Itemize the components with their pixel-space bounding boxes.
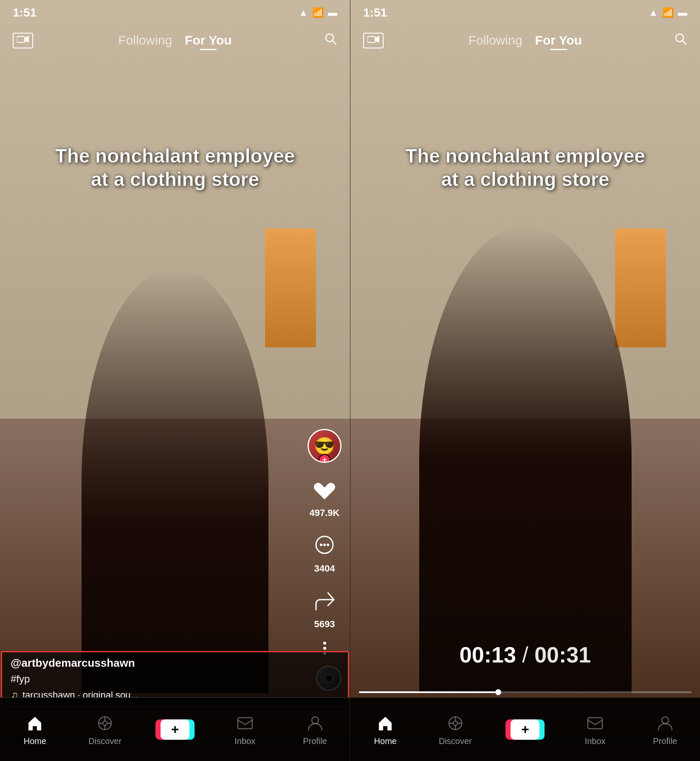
like-icon-left <box>309 475 340 505</box>
signal-icon-left: ▲ <box>299 7 308 18</box>
timer-total-right: 00:31 <box>534 643 591 667</box>
search-icon-left[interactable] <box>324 32 337 49</box>
discover-icon-left <box>94 713 116 734</box>
home-label-left: Home <box>24 736 46 746</box>
nav-for-you-left[interactable]: For You <box>185 33 232 48</box>
progress-dot-right <box>495 689 501 695</box>
nav-create-right[interactable]: + <box>504 719 546 741</box>
nav-profile-left[interactable]: Profile <box>294 713 336 746</box>
nav-create-left[interactable]: + <box>154 719 196 741</box>
bottom-nav-right: Home Discover + <box>350 697 700 761</box>
status-time-right: 1:51 <box>363 6 387 20</box>
profile-label-right: Profile <box>653 736 677 746</box>
top-nav-left: Following For You <box>0 23 350 57</box>
svg-point-15 <box>312 717 319 724</box>
discover-label-right: Discover <box>439 736 472 746</box>
svg-marker-1 <box>25 36 29 42</box>
home-label-right: Home <box>374 736 397 746</box>
svg-point-9 <box>103 721 107 725</box>
home-icon-right <box>375 713 396 734</box>
nav-profile-right[interactable]: Profile <box>644 713 686 746</box>
plus-center-right: + <box>511 719 539 740</box>
svg-line-19 <box>683 41 686 44</box>
video-title-text-left: The nonchalant employeeat a clothing sto… <box>25 144 325 191</box>
status-icons-right: ▲ 📶 ▬ <box>649 7 687 18</box>
svg-rect-16 <box>367 37 375 42</box>
discover-label-left: Discover <box>88 736 121 746</box>
svg-rect-26 <box>588 718 602 729</box>
video-background-left <box>0 0 350 761</box>
discover-icon-right <box>445 713 466 734</box>
video-title-left: The nonchalant employeeat a clothing sto… <box>0 144 350 191</box>
comment-action-left[interactable]: 3404 <box>309 530 340 574</box>
nav-discover-right[interactable]: Discover <box>434 713 477 746</box>
status-time-left: 1:51 <box>13 6 37 20</box>
svg-point-6 <box>323 544 326 546</box>
status-icons-left: ▲ 📶 ▬ <box>299 7 337 18</box>
nav-inbox-left[interactable]: Inbox <box>224 713 266 746</box>
svg-rect-0 <box>17 37 25 42</box>
like-count-left: 497.9K <box>310 507 340 519</box>
svg-point-5 <box>320 544 322 546</box>
status-bar-right: 1:51 ▲ 📶 ▬ <box>350 0 700 25</box>
create-button-right[interactable]: + <box>508 719 542 741</box>
wifi-icon-left: 📶 <box>312 7 324 18</box>
avatar-left: 😎 + <box>308 429 342 463</box>
right-actions-left: 😎 + 497.9K 3404 <box>308 429 342 655</box>
room-door-right <box>615 228 666 347</box>
inbox-label-right: Inbox <box>585 736 606 746</box>
inbox-icon-left <box>234 713 256 734</box>
svg-line-3 <box>333 41 336 44</box>
share-icon-left <box>309 586 340 617</box>
nav-inbox-right[interactable]: Inbox <box>574 713 616 746</box>
battery-icon-right: ▬ <box>678 7 687 18</box>
plus-center-left: + <box>161 719 189 740</box>
left-phone-panel: 1:51 ▲ 📶 ▬ Following For You The <box>0 0 350 761</box>
profile-label-left: Profile <box>303 736 327 746</box>
search-icon-right[interactable] <box>674 32 687 49</box>
live-button-left[interactable] <box>13 33 33 48</box>
svg-marker-17 <box>375 36 379 42</box>
right-phone-panel: 1:51 ▲ 📶 ▬ Following For You The <box>350 0 700 761</box>
svg-point-27 <box>662 717 669 724</box>
inbox-label-left: Inbox <box>234 736 255 746</box>
video-title-text-right: The nonchalant employeeat a clothing sto… <box>376 144 675 191</box>
profile-icon-right <box>655 713 676 734</box>
svg-point-7 <box>327 544 329 546</box>
hashtag-left: #fyp <box>11 673 339 685</box>
nav-discover-left[interactable]: Discover <box>84 713 126 746</box>
signal-icon-right: ▲ <box>649 7 658 18</box>
progress-bar-right[interactable] <box>359 691 692 693</box>
top-nav-right: Following For You <box>350 23 700 57</box>
nav-for-you-right[interactable]: For You <box>535 33 582 48</box>
comment-icon-left <box>309 530 340 561</box>
share-count-left: 5693 <box>314 619 335 630</box>
inbox-icon-right <box>584 713 606 734</box>
nav-following-left[interactable]: Following <box>118 33 172 48</box>
nav-following-right[interactable]: Following <box>469 33 522 48</box>
timer-current-right: 00:13 <box>460 643 516 667</box>
battery-icon-left: ▬ <box>328 7 337 18</box>
timer-separator-right: / <box>522 643 534 667</box>
live-button-right[interactable] <box>363 33 384 48</box>
video-info-left: @artbydemarcusshawn #fyp ♫ tarcusshawn ·… <box>11 657 339 701</box>
progress-fill-right <box>359 691 499 693</box>
progress-track-right <box>359 691 692 693</box>
like-action-left[interactable]: 497.9K <box>309 475 340 519</box>
create-button-left[interactable]: + <box>158 719 192 741</box>
room-door-left <box>265 228 316 347</box>
svg-point-21 <box>453 721 457 725</box>
status-bar-left: 1:51 ▲ 📶 ▬ <box>0 0 350 25</box>
live-label-right <box>367 37 379 46</box>
comment-count-left: 3404 <box>314 563 335 574</box>
live-label-left <box>17 37 29 46</box>
share-action-left[interactable]: 5693 <box>309 586 340 630</box>
avatar-follow-plus-left[interactable]: + <box>319 454 330 463</box>
nav-home-right[interactable]: Home <box>364 713 406 746</box>
bottom-nav-left: Home Discover + <box>0 697 350 761</box>
nav-home-left[interactable]: Home <box>14 713 56 746</box>
timer-display-right: 00:13 / 00:31 <box>460 642 591 668</box>
video-title-right: The nonchalant employeeat a clothing sto… <box>350 144 700 191</box>
avatar-action-left[interactable]: 😎 + <box>308 429 342 463</box>
home-icon-left <box>24 713 45 734</box>
